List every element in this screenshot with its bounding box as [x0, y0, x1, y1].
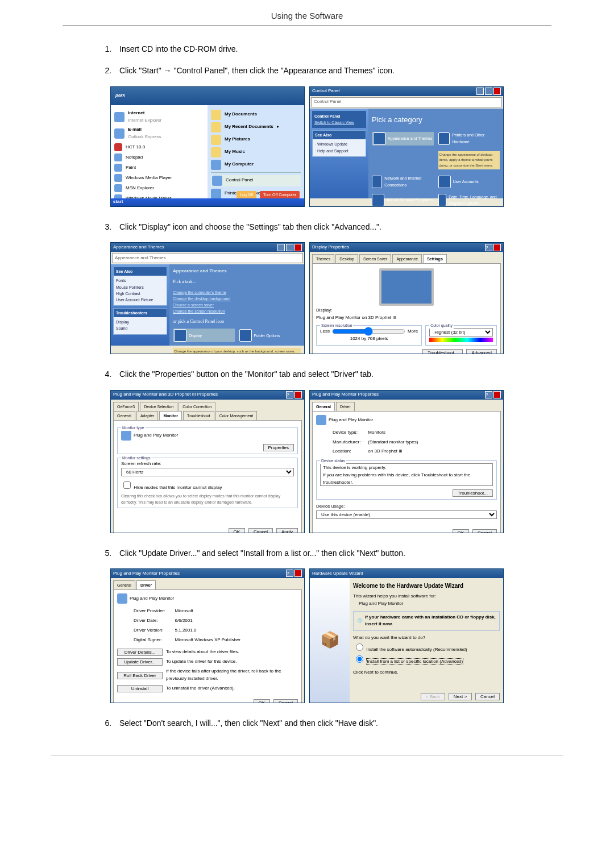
- tab-driver[interactable]: Driver: [336, 402, 355, 411]
- sm-recent-docs[interactable]: My Recent Documents ▸: [211, 122, 301, 132]
- radio-list[interactable]: [356, 655, 363, 663]
- tab-gf3[interactable]: GeForce3: [113, 402, 139, 411]
- ok-button[interactable]: OK: [254, 699, 271, 703]
- maximize-icon[interactable]: [286, 244, 293, 251]
- close-icon[interactable]: [294, 244, 302, 251]
- tab-colorm[interactable]: Color Management: [215, 411, 258, 420]
- usage-select[interactable]: Use this device (enable): [316, 510, 497, 519]
- side-userpic[interactable]: User Account Picture: [116, 297, 164, 303]
- side-fonts[interactable]: Fonts: [116, 277, 164, 284]
- cancel-button[interactable]: Cancel: [472, 529, 497, 533]
- cat-network[interactable]: Network and Internet Connections: [372, 175, 434, 188]
- hide-modes-checkbox[interactable]: [123, 481, 131, 489]
- side-pointers[interactable]: Mouse Pointers: [116, 284, 164, 290]
- task-saver[interactable]: Choose a screen saver: [173, 302, 301, 308]
- close-icon[interactable]: [294, 570, 302, 577]
- tab-general[interactable]: General: [113, 580, 135, 589]
- troubleshoot-button[interactable]: Troubleshoot...: [422, 349, 463, 355]
- cancel-button[interactable]: Cancel: [475, 693, 500, 700]
- task-res[interactable]: Change the screen resolution: [173, 308, 301, 314]
- cat-appearance[interactable]: Appearance and Themes: [372, 132, 434, 146]
- help-icon[interactable]: ?: [286, 570, 293, 577]
- advanced-button[interactable]: Advanced: [466, 349, 497, 355]
- task-theme[interactable]: Change the computer's theme: [173, 289, 301, 296]
- sm-item-email[interactable]: E-mailOutlook Express: [114, 126, 204, 141]
- icon-folder-options[interactable]: Folder Options: [239, 329, 301, 342]
- properties-button[interactable]: Properties: [263, 444, 294, 451]
- sm-item-paint[interactable]: Paint: [114, 164, 204, 172]
- help-icon[interactable]: ?: [286, 391, 293, 398]
- ok-button[interactable]: OK: [229, 528, 246, 533]
- close-icon[interactable]: [493, 391, 501, 398]
- turnoff-button[interactable]: Turn Off Computer: [260, 191, 300, 198]
- minimize-icon[interactable]: [277, 244, 285, 251]
- driver-details-button[interactable]: Driver Details...: [117, 649, 163, 656]
- sm-item-internet[interactable]: InternetInternet Explorer: [114, 110, 204, 124]
- mail-icon: [114, 128, 125, 139]
- side-contrast[interactable]: High Contrast: [116, 290, 164, 297]
- sm-my-documents[interactable]: My Documents: [211, 110, 301, 120]
- tab-devsel[interactable]: Device Selection: [140, 402, 177, 411]
- ok-button[interactable]: OK: [453, 529, 470, 533]
- appearance-window: Appearance and Themes Appearance and The…: [110, 242, 305, 354]
- refresh-select[interactable]: 60 Hertz: [121, 468, 294, 476]
- minimize-icon[interactable]: [476, 88, 484, 95]
- update-driver-button[interactable]: Update Driver...: [117, 658, 163, 666]
- close-icon[interactable]: [493, 88, 501, 95]
- sm-item-hct[interactable]: HCT 10.0: [114, 143, 204, 151]
- tab-settings[interactable]: Settings: [423, 254, 447, 263]
- switch-view-link[interactable]: Switch to Classic View: [314, 121, 354, 124]
- close-icon[interactable]: [493, 244, 501, 251]
- help-icon[interactable]: ?: [485, 244, 492, 251]
- sm-control-panel[interactable]: Control Panel: [211, 175, 301, 186]
- tab-adapter[interactable]: Adapter: [136, 411, 159, 420]
- sm-my-pictures[interactable]: My Pictures: [211, 135, 301, 145]
- task-bg[interactable]: Change the desktop background: [173, 296, 301, 302]
- figure-1: park InternetInternet Explorer E-mailOut…: [97, 86, 517, 207]
- sm-item-msn[interactable]: MSN Explorer: [114, 184, 204, 192]
- step-2: Click "Start" → "Control Panel", then cl…: [114, 64, 517, 77]
- resolution-slider[interactable]: [332, 329, 405, 334]
- close-icon[interactable]: [294, 391, 302, 398]
- cancel-button[interactable]: Cancel: [248, 528, 273, 533]
- color-select[interactable]: Highest (32 bit): [429, 328, 493, 337]
- tab-general[interactable]: General: [312, 402, 335, 411]
- cat-users[interactable]: User Accounts: [438, 175, 500, 188]
- maximize-icon[interactable]: [485, 88, 492, 95]
- tab-colorc[interactable]: Color Correction: [179, 402, 215, 411]
- cat-programs[interactable]: Add or Remove Programs: [372, 194, 434, 206]
- step-6: Select "Don't search, I will...", then c…: [114, 717, 517, 729]
- address-bar[interactable]: Control Panel: [311, 97, 502, 107]
- pnp-driver-window: Plug and Play Monitor Properties ? Gener…: [110, 568, 305, 703]
- icon-display[interactable]: Display: [173, 329, 235, 342]
- trouble-display[interactable]: Display: [116, 319, 164, 325]
- tab-troub[interactable]: Troubleshoot: [183, 411, 214, 420]
- redball-icon: [114, 143, 122, 151]
- address-bar[interactable]: Appearance and Themes: [112, 253, 303, 263]
- troubleshoot-button[interactable]: Troubleshoot...: [453, 489, 493, 497]
- trouble-sound[interactable]: Sound: [116, 325, 164, 331]
- cancel-button[interactable]: Cancel: [273, 699, 298, 703]
- rollback-button[interactable]: Roll Back Driver: [117, 672, 163, 679]
- apply-button[interactable]: Apply: [276, 528, 298, 533]
- logoff-button[interactable]: Log Off: [237, 191, 256, 198]
- tab-appear[interactable]: Appearance: [392, 254, 422, 263]
- radio-auto[interactable]: [356, 643, 363, 651]
- tab-general[interactable]: General: [113, 411, 135, 420]
- next-button[interactable]: Next >: [449, 693, 472, 700]
- tab-desktop[interactable]: Desktop: [335, 254, 358, 263]
- help-icon[interactable]: ?: [485, 391, 492, 398]
- cat-printers[interactable]: Printers and Other Hardware: [438, 132, 500, 146]
- sm-my-computer[interactable]: My Computer: [211, 160, 301, 170]
- sm-item-wmp[interactable]: Windows Media Player: [114, 174, 204, 182]
- tab-saver[interactable]: Screen Saver: [359, 254, 391, 263]
- taskbar[interactable]: start: [111, 198, 304, 206]
- tab-themes[interactable]: Themes: [312, 254, 334, 263]
- folder-icon: [211, 147, 221, 157]
- tab-driver[interactable]: Driver: [136, 580, 156, 589]
- tab-monitor[interactable]: Monitor: [159, 411, 182, 420]
- uninstall-button[interactable]: Uninstall: [117, 685, 163, 692]
- sm-item-notepad[interactable]: Notepad: [114, 153, 204, 161]
- cat-datetime[interactable]: Date, Time, Language, and Regional Optio…: [438, 194, 500, 206]
- sm-my-music[interactable]: My Music: [211, 147, 301, 157]
